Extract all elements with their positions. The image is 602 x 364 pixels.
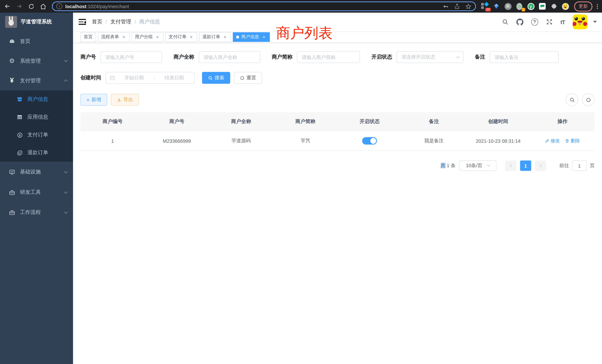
logo-rabbit-avatar	[5, 16, 17, 28]
url-bar[interactable]: i localhost:1024/pay/merchant	[52, 1, 476, 11]
sidebar-item-app-info[interactable]: 应用信息	[0, 108, 73, 126]
reload-icon[interactable]	[26, 1, 36, 11]
bookmark-star-icon[interactable]	[465, 3, 472, 10]
close-icon[interactable]: ×	[155, 34, 160, 40]
reset-button[interactable]: 重置	[234, 72, 262, 84]
extension-session-icon[interactable]: 1	[516, 3, 523, 10]
export-button[interactable]: 导出	[111, 94, 139, 106]
font-size-icon[interactable]: tT	[560, 19, 565, 25]
sidebar-collapse-icon[interactable]	[79, 19, 86, 25]
extension-gem-icon[interactable]	[493, 3, 500, 10]
sidebar-item-pay[interactable]: ¥ 支付管理	[0, 71, 73, 90]
extension-command-icon[interactable]: ⌘	[504, 3, 512, 10]
goto-page: 前往 页	[559, 161, 595, 171]
home-icon[interactable]	[38, 1, 48, 11]
github-icon[interactable]	[516, 18, 523, 25]
url-host: localhost	[65, 3, 86, 9]
close-icon[interactable]: ×	[222, 34, 228, 40]
create-time-range-picker[interactable]: 开始日期 - 结束日期	[106, 72, 195, 84]
search-icon[interactable]	[502, 19, 509, 25]
extensions-puzzle-icon[interactable]	[550, 3, 558, 10]
extension-pintab-icon[interactable]: 10	[481, 3, 489, 10]
breadcrumb-pay[interactable]: 支付管理	[110, 19, 131, 25]
monitor-chart-icon	[7, 169, 16, 175]
sidebar-item-system[interactable]: ⚙ 系统管理	[0, 51, 73, 71]
next-page-button[interactable]	[535, 161, 546, 171]
active-dot	[236, 35, 239, 38]
close-icon[interactable]: ×	[189, 34, 194, 40]
avatar-dropdown-caret-icon[interactable]	[593, 21, 597, 23]
delete-link[interactable]: 删除	[565, 138, 580, 144]
col-header: 商户全称	[209, 112, 273, 131]
refresh-table-button[interactable]	[582, 93, 595, 106]
help-icon[interactable]: ?	[531, 18, 538, 25]
plus-icon: +	[86, 97, 90, 103]
full-name-input[interactable]	[199, 51, 260, 63]
page-1-button[interactable]: 1	[520, 161, 531, 171]
extension-chat-icon[interactable]	[539, 3, 546, 10]
sidebar-item-refund-order[interactable]: 退款订单	[0, 144, 73, 162]
sidebar-item-pay-order[interactable]: 支付订单	[0, 126, 73, 144]
page-size-select[interactable]: 10条/页	[459, 161, 496, 171]
tab-merchant-info[interactable]: 商户信息×	[233, 32, 270, 42]
chevron-left-icon	[510, 164, 513, 167]
sidebar-item-home[interactable]: 首页	[0, 32, 73, 51]
back-icon[interactable]	[2, 1, 13, 11]
tab-process-form[interactable]: 流程表单×	[98, 32, 130, 42]
sidebar-item-workflow[interactable]: 工作流程	[0, 202, 73, 222]
browser-menu-icon[interactable]	[596, 4, 598, 9]
sidebar-item-merchant-info[interactable]: 商户信息	[0, 90, 73, 108]
user-avatar[interactable]	[573, 14, 588, 29]
remark-input[interactable]	[490, 51, 559, 63]
short-name-input[interactable]	[297, 51, 360, 63]
extension-y-icon[interactable]: y	[527, 3, 535, 10]
close-icon[interactable]: ×	[121, 34, 126, 40]
url-text[interactable]: localhost:1024/pay/merchant	[65, 3, 437, 9]
close-icon[interactable]: ×	[261, 34, 267, 40]
merchant-no-input[interactable]	[100, 51, 162, 63]
status-select[interactable]: 请选择开启状态	[397, 51, 463, 63]
col-header: 商户简称	[273, 112, 337, 131]
page-content: 商户号 商户全称 商户简称 开启状态 请选择开启状态	[73, 43, 602, 364]
col-header: 操作	[530, 112, 595, 131]
app-title: 芋道管理系统	[21, 19, 52, 25]
tab-pay-order[interactable]: 支付订单×	[165, 32, 197, 42]
password-key-icon[interactable]	[443, 3, 449, 10]
add-button[interactable]: + 新增	[80, 94, 107, 106]
status-toggle[interactable]	[362, 137, 377, 145]
delete-link-label: 删除	[571, 138, 580, 144]
extension-emoji-icon[interactable]	[562, 3, 569, 10]
pagination: 共 1 条 10条/页 1 前往 页	[80, 161, 595, 171]
edit-link[interactable]: 修改	[545, 138, 560, 144]
create-time-label: 创建时间	[80, 75, 101, 81]
col-header: 商户号	[145, 112, 209, 131]
sidebar-item-devtools[interactable]: 研发工具	[0, 182, 73, 202]
sidebar-item-label: 支付管理	[20, 77, 64, 84]
tab-refund-order[interactable]: 退款订单×	[199, 32, 231, 42]
sidebar-item-infra[interactable]: 基础设施	[0, 162, 73, 182]
site-info-icon[interactable]: i	[56, 3, 62, 9]
table-row: 1 M233666999 芋道源码 芋艿 我是备注 2021-10-23 08:…	[80, 131, 595, 151]
tab-label: 商户信息	[241, 34, 259, 40]
tab-home[interactable]: 首页	[80, 32, 96, 42]
tab-label: 支付订单	[169, 34, 186, 40]
chrome-update-button[interactable]: 更新	[574, 1, 592, 11]
merchant-no-label: 商户号	[80, 54, 96, 60]
prev-page-button[interactable]	[505, 161, 516, 171]
share-icon[interactable]	[454, 3, 460, 9]
goto-page-input[interactable]	[572, 161, 587, 171]
gear-icon: ⚙	[7, 57, 16, 65]
chevron-down-icon	[64, 169, 68, 173]
breadcrumb-home[interactable]: 首页	[92, 19, 102, 25]
sidebar-item-label: 首页	[20, 38, 67, 45]
breadcrumb-separator: /	[135, 19, 136, 25]
forward-icon[interactable]	[14, 1, 24, 11]
app-logo[interactable]: 芋道管理系统	[0, 13, 73, 31]
show-search-toggle-button[interactable]	[566, 93, 578, 106]
tab-user-group[interactable]: 用户分组×	[132, 32, 163, 42]
col-header: 备注	[402, 112, 466, 131]
cell-merchant-id: 1	[80, 138, 145, 144]
fullscreen-icon[interactable]	[546, 19, 553, 25]
search-button[interactable]: 搜索	[202, 72, 230, 84]
sidebar-item-label: 工作流程	[20, 209, 64, 216]
